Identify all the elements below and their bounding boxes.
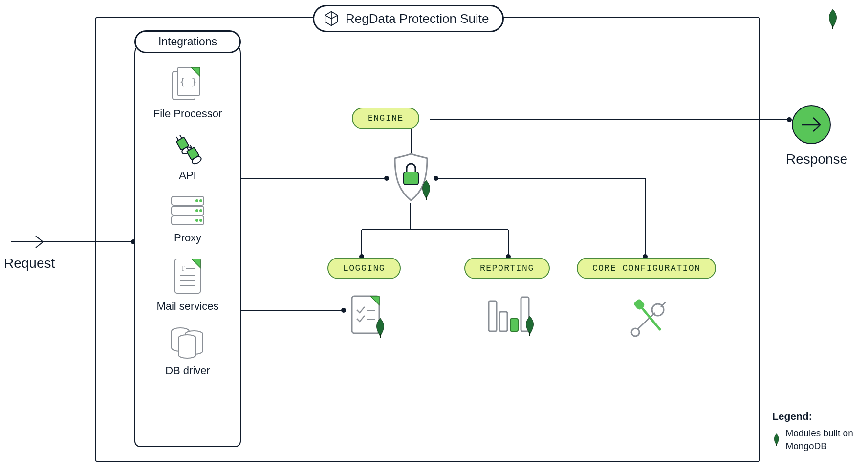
integrations-panel: Integrations { } File Processor [134, 42, 241, 447]
svg-point-17 [195, 199, 198, 202]
coreconfig-to-shield-connector [430, 173, 650, 266]
svg-rect-15 [172, 206, 204, 215]
config-tools-icon [626, 293, 674, 344]
svg-line-61 [640, 306, 660, 329]
svg-rect-62 [635, 300, 644, 309]
proxy-server-icon [167, 193, 209, 229]
svg-point-38 [384, 176, 389, 181]
legend-leaf-text: Modules built on MongoDB [785, 427, 860, 452]
engine-module: ENGINE [352, 108, 419, 129]
svg-rect-55 [499, 312, 507, 331]
integrations-to-shield-connector [241, 173, 392, 183]
request-label: Request [4, 256, 55, 271]
integrations-to-logging-connector [241, 303, 351, 318]
integration-item-file-processor: { } File Processor [153, 65, 222, 120]
mail-file-icon: T [170, 255, 205, 297]
file-processor-icon: { } [169, 65, 207, 105]
integration-item-proxy: Proxy [167, 193, 209, 244]
svg-point-18 [199, 199, 202, 202]
response-label: Response [786, 151, 847, 167]
legend: Legend: Modules built on MongoDB [772, 410, 860, 452]
db-driver-icon [166, 323, 210, 362]
integration-item-db: DB driver [165, 323, 210, 377]
mongodb-leaf-icon [772, 431, 781, 449]
suite-title-pill: RegData Protection Suite [313, 5, 504, 32]
svg-rect-35 [404, 172, 418, 185]
reporting-chart-icon [484, 292, 542, 348]
logging-module: LOGGING [327, 258, 401, 279]
svg-text:{ }: { } [179, 76, 197, 87]
svg-point-22 [199, 219, 202, 222]
integrations-header: Integrations [134, 30, 241, 53]
svg-rect-56 [510, 319, 518, 331]
arrow-right-icon [801, 116, 822, 133]
mail-label: Mail services [156, 300, 218, 313]
svg-rect-14 [172, 196, 204, 205]
reporting-module: REPORTING [464, 258, 550, 279]
proxy-label: Proxy [174, 232, 201, 244]
file-processor-label: File Processor [153, 108, 222, 120]
request-arrow [9, 235, 138, 249]
svg-point-60 [631, 328, 639, 336]
integration-item-api: API [168, 131, 208, 182]
core-configuration-module: CORE CONFIGURATION [577, 258, 716, 279]
svg-point-19 [195, 209, 198, 212]
logging-file-icon [347, 292, 396, 348]
svg-line-8 [180, 135, 182, 138]
svg-text:T: T [181, 265, 185, 272]
mongodb-leaf-icon [826, 9, 840, 31]
svg-line-7 [176, 137, 178, 140]
svg-rect-50 [352, 296, 379, 333]
svg-point-20 [199, 209, 202, 212]
shield-lock-icon [389, 151, 443, 212]
api-label: API [179, 169, 196, 182]
db-label: DB driver [165, 365, 210, 377]
svg-point-21 [195, 219, 198, 222]
svg-point-40 [341, 308, 346, 313]
integrations-list: { } File Processor API [135, 60, 240, 377]
svg-rect-54 [489, 301, 497, 331]
response-circle [792, 105, 831, 144]
integration-item-mail: T Mail services [156, 255, 218, 313]
svg-rect-16 [172, 216, 204, 225]
hex-cube-icon [323, 10, 340, 27]
engine-to-response-connector [430, 115, 794, 125]
api-plug-icon [168, 131, 208, 166]
suite-title: RegData Protection Suite [346, 11, 489, 26]
svg-point-33 [787, 117, 792, 122]
legend-title: Legend: [772, 410, 860, 422]
